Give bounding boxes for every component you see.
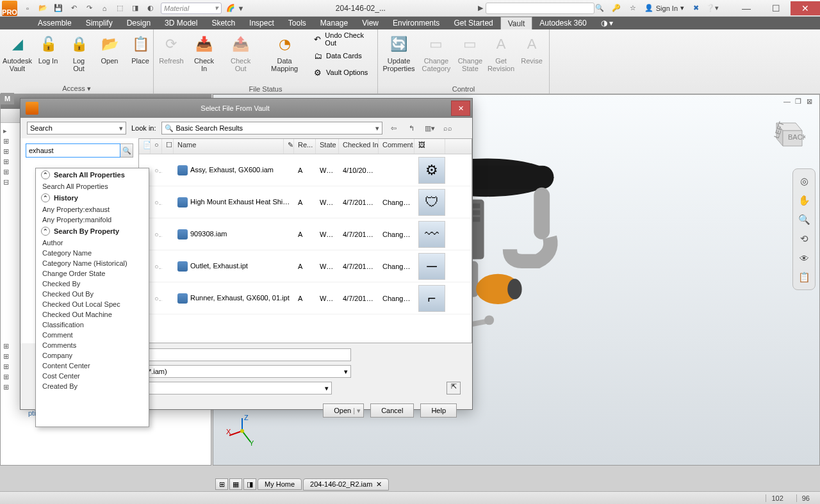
- find-icon[interactable]: ⌕⌕: [441, 122, 454, 134]
- close-button[interactable]: ✕: [791, 1, 820, 15]
- help-icon[interactable]: ❔▾: [707, 3, 718, 13]
- ac-item[interactable]: Content Center: [36, 361, 149, 371]
- updateprops-button[interactable]: 🔄Update Properties: [382, 31, 416, 81]
- vaultoptions-button[interactable]: ⚙Vault Options: [311, 65, 373, 80]
- checkout-button[interactable]: 📤Check Out: [223, 31, 258, 81]
- help-search-input[interactable]: [486, 3, 594, 14]
- search-mode-combo[interactable]: Search: [27, 122, 126, 134]
- place-button[interactable]: 📋Place: [127, 31, 154, 81]
- ac-item[interactable]: Classification: [36, 320, 149, 330]
- file-row[interactable]: ○ 909308.iam A Wo... 4/7/2014 ... Change…: [139, 218, 472, 250]
- views-icon[interactable]: ▥▾: [423, 122, 436, 134]
- back-icon[interactable]: ⇦: [388, 122, 400, 134]
- zoom-icon[interactable]: 🔍: [797, 213, 811, 227]
- menu-assemble[interactable]: Assemble: [31, 17, 79, 29]
- dropdown-icon[interactable]: ▼: [236, 3, 246, 13]
- signin-button[interactable]: 👤 Sign In ▾: [644, 4, 684, 12]
- ac-item[interactable]: Comments: [36, 340, 149, 350]
- ac-item[interactable]: Checked Out Machine: [36, 309, 149, 320]
- save-icon[interactable]: 💾: [53, 3, 63, 13]
- ac-item[interactable]: Created By: [36, 381, 149, 391]
- file-list[interactable]: 📄 ○ ☐ Name ✎ Re... State Checked In Comm…: [138, 138, 472, 343]
- revise-button[interactable]: ARevise: [518, 31, 545, 81]
- menu-sketch[interactable]: Sketch: [204, 17, 242, 29]
- menu-autodesk360[interactable]: Autodesk 360: [532, 17, 593, 29]
- ac-item[interactable]: Search All Properties: [36, 181, 149, 191]
- maximize-button[interactable]: ☐: [761, 1, 791, 15]
- menu-vault[interactable]: Vault: [500, 17, 532, 29]
- undo-checkout-button[interactable]: ↶Undo Check Out: [311, 31, 373, 47]
- color-icon[interactable]: 🌈: [226, 3, 236, 13]
- ac-section-header[interactable]: ⌃History: [36, 191, 149, 204]
- tab-document[interactable]: 204-146-02_R2.iam✕: [303, 478, 389, 491]
- ac-item[interactable]: Company: [36, 350, 149, 361]
- tab-home[interactable]: My Home: [258, 478, 302, 490]
- nav-icon[interactable]: ◨: [130, 3, 140, 13]
- cancel-button[interactable]: Cancel: [370, 403, 414, 418]
- file-row[interactable]: ○ Outlet, Exhaust.ipt A Wo... 4/7/2014 .…: [139, 250, 472, 282]
- lookin-combo[interactable]: 🔍 Basic Search Results: [161, 122, 382, 134]
- key-icon[interactable]: 🔑: [611, 3, 621, 13]
- help-button[interactable]: Help: [420, 403, 457, 418]
- menu-view[interactable]: View: [355, 17, 386, 29]
- menu-extras-icon[interactable]: ◑ ▾: [594, 17, 620, 29]
- datamapping-button[interactable]: ◔Data Mapping: [262, 31, 307, 81]
- ac-item[interactable]: Change Order State: [36, 268, 149, 279]
- vault-button[interactable]: ◢Autodesk Vault: [4, 31, 31, 81]
- menu-3dmodel[interactable]: 3D Model: [158, 17, 204, 29]
- appearance-icon[interactable]: ◐: [145, 3, 156, 13]
- file-row[interactable]: ○ High Mount Exhaust Heat Shield.ipt A W…: [139, 186, 472, 218]
- datacards-button[interactable]: 🗂Data Cards: [311, 48, 373, 63]
- play-icon[interactable]: ▶: [475, 3, 486, 13]
- menu-design[interactable]: Design: [120, 17, 158, 29]
- ac-item[interactable]: Checked Out By: [36, 289, 149, 299]
- star-icon[interactable]: ☆: [628, 3, 638, 13]
- select-icon[interactable]: ⬚: [115, 3, 125, 13]
- refresh-button[interactable]: ⟳Refresh: [158, 31, 185, 81]
- logout-button[interactable]: 🔒Log Out: [65, 31, 92, 81]
- menu-manage[interactable]: Manage: [313, 17, 355, 29]
- up-icon[interactable]: ↰: [406, 122, 418, 134]
- ac-item[interactable]: Any Property:exhaust: [36, 204, 149, 215]
- restore-viewport-icon[interactable]: ❐: [795, 97, 804, 106]
- ac-item[interactable]: Cost Center: [36, 371, 149, 381]
- browse-icon[interactable]: ⇱: [447, 382, 461, 394]
- ac-item[interactable]: Author: [36, 238, 149, 248]
- undo-icon[interactable]: ↶: [69, 3, 79, 13]
- changestate-button[interactable]: ▭Change State: [457, 31, 484, 81]
- steering-wheel-icon[interactable]: ◎: [797, 174, 811, 188]
- ac-item[interactable]: Category Name (Historical): [36, 258, 149, 268]
- material-combo[interactable]: Material: [161, 3, 222, 14]
- search-input[interactable]: [26, 143, 120, 158]
- changecategory-button[interactable]: ▭Change Category: [420, 31, 453, 81]
- login-button[interactable]: 🔓Log In: [35, 31, 62, 81]
- ac-item[interactable]: Comment: [36, 330, 149, 340]
- tab-close-icon[interactable]: ✕: [376, 480, 382, 489]
- tab-mode-icon[interactable]: ⊞: [215, 478, 228, 490]
- pan-icon[interactable]: ✋: [797, 193, 811, 207]
- exchange-icon[interactable]: ✖: [691, 3, 701, 13]
- menu-getstarted[interactable]: Get Started: [447, 17, 500, 29]
- app-icon[interactable]: PRO: [2, 1, 17, 16]
- checkin-button[interactable]: 📥Check In: [189, 31, 219, 81]
- close-viewport-icon[interactable]: ⊠: [807, 97, 816, 106]
- redo-icon[interactable]: ↷: [84, 3, 94, 13]
- menu-tools[interactable]: Tools: [281, 17, 313, 29]
- ac-item[interactable]: Checked Out Local Spec: [36, 299, 149, 309]
- ac-section-header[interactable]: ⌃Search By Property: [36, 225, 149, 238]
- viewcube[interactable]: BACK LEFT: [767, 115, 805, 150]
- getrevision-button[interactable]: AGet Revision: [488, 31, 514, 81]
- minimize-viewport-icon[interactable]: —: [783, 97, 792, 106]
- dialog-titlebar[interactable]: Select File From Vault ✕: [20, 99, 472, 118]
- ac-item[interactable]: Category Name: [36, 248, 149, 258]
- minimize-button[interactable]: —: [732, 1, 761, 15]
- search-icon[interactable]: 🔍: [594, 3, 605, 13]
- tab-nav-icon[interactable]: ◨: [243, 478, 256, 490]
- open-button[interactable]: 📂Open: [96, 31, 123, 81]
- ac-section-header[interactable]: ⌃Search All Properties: [36, 168, 149, 181]
- menu-inspect[interactable]: Inspect: [242, 17, 281, 29]
- menu-environments[interactable]: Environments: [386, 17, 447, 29]
- menu-simplify[interactable]: Simplify: [79, 17, 120, 29]
- clipboard-icon[interactable]: 📋: [797, 270, 811, 284]
- file-row[interactable]: ○ Assy, Exhaust, GX600.iam A Wo... 4/10/…: [139, 154, 472, 186]
